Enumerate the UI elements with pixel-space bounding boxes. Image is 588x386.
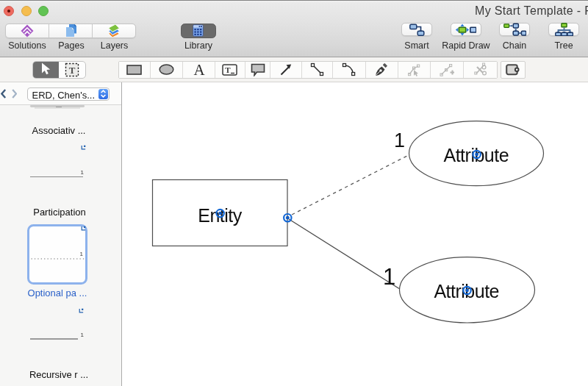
- svg-text:T: T: [226, 65, 232, 74]
- svg-text:1: 1: [383, 264, 395, 290]
- svg-text:T: T: [69, 64, 76, 75]
- svg-text:A: A: [193, 62, 205, 77]
- svg-text:1: 1: [394, 129, 405, 151]
- svg-text:Entity: Entity: [198, 205, 243, 226]
